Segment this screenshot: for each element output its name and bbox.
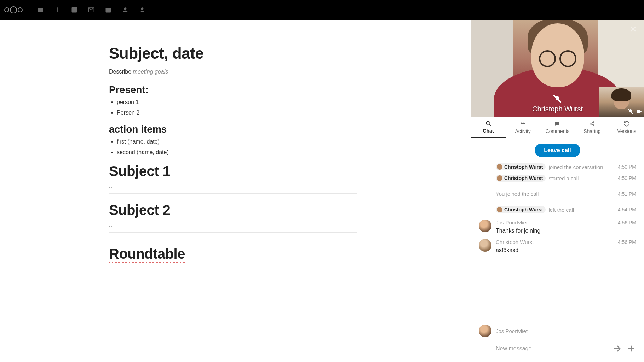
svg-rect-0 [72,7,77,13]
chat-message: Jos Poortvliet 4:56 PM Thanks for joinin… [479,220,636,234]
doc-title[interactable]: Subject, date [109,45,357,62]
tab-chat[interactable]: Chat [471,117,506,138]
chat-message: Christoph Wurst 4:56 PM asfökasd [479,239,636,253]
message-input[interactable] [496,345,608,352]
svg-point-7 [593,125,594,126]
tab-comments[interactable]: Comments [540,117,575,138]
avatar[interactable] [479,220,491,232]
message-text: asfökasd [496,247,636,253]
subject1-heading[interactable]: Subject 1 [109,163,357,179]
action-items-heading[interactable]: action items [109,124,357,135]
typing-indicator: Jos Poortvliet [479,310,636,340]
svg-point-6 [593,122,594,123]
tab-sharing[interactable]: Sharing [575,117,609,138]
action-items-list[interactable]: first (name, date) second (name, date) [117,139,357,156]
sidebar: Christoph Wurst Chat Activit [471,20,644,362]
chat-icon [485,120,491,127]
list-item[interactable]: Person 2 [117,110,357,116]
activity-icon [520,121,526,127]
tab-label: Comments [546,128,570,134]
topbar [0,0,644,20]
nav-dashboard-icon[interactable] [71,6,78,13]
svg-point-2 [124,7,127,10]
message-time: 4:56 PM [618,220,636,226]
list-item[interactable]: second (name, date) [117,149,357,156]
list-item[interactable]: first (name, date) [117,139,357,145]
avatar [497,175,502,181]
close-icon[interactable] [629,25,638,33]
tab-label: Versions [617,128,636,134]
chat-event: Christoph Wurst started a call 4:50 PM [479,175,636,182]
doc-describe[interactable]: Describe meeting goals [109,69,357,75]
svg-point-4 [486,121,490,125]
present-list[interactable]: person 1 Person 2 [117,99,357,116]
chat-event: You joined the call 4:51 PM [479,191,636,197]
present-heading[interactable]: Present: [109,84,357,95]
message-time: 4:56 PM [618,239,636,245]
video-participant-name: Christoph Wurst [532,95,583,113]
versions-icon [623,121,630,127]
avatar [497,207,502,212]
chat-panel: Leave call Christoph Wurst joined the co… [471,138,644,340]
nav-calendar-icon[interactable] [105,6,112,13]
sidebar-tabs: Chat Activity Comments Sharing [471,117,644,138]
nav-contacts-icon[interactable] [122,6,129,13]
subject2-body[interactable]: ... [109,222,357,228]
svg-rect-1 [106,8,111,12]
chat-event: Christoph Wurst joined the conversation … [479,163,636,170]
svg-point-5 [590,123,591,124]
message-author: Christoph Wurst [496,239,534,245]
add-attachment-icon[interactable] [626,344,636,354]
nav-files-icon[interactable] [37,6,44,13]
camera-icon[interactable] [636,109,642,115]
user-chip[interactable]: Christoph Wurst [496,175,546,182]
video-call: Christoph Wurst [471,20,644,117]
comments-icon [554,121,560,127]
avatar [497,164,502,170]
avatar[interactable] [479,325,491,337]
video-self-thumbnail[interactable] [599,87,644,117]
tab-label: Chat [483,128,494,134]
leave-call-button[interactable]: Leave call [535,144,580,157]
user-chip[interactable]: Christoph Wurst [496,206,546,213]
app-logo[interactable] [4,6,23,13]
svg-point-3 [141,7,144,10]
nav-plus-icon[interactable] [54,6,61,13]
subject2-heading[interactable]: Subject 2 [109,202,357,218]
tab-label: Activity [515,128,531,134]
nav-more-icon[interactable] [139,6,146,13]
chat-event: Christoph Wurst left the call 4:54 PM [479,206,636,213]
message-composer [471,340,644,362]
sharing-icon [589,121,595,127]
divider [109,232,357,233]
subject1-body[interactable]: ... [109,183,357,189]
roundtable-body[interactable]: ... [109,265,357,272]
divider [109,193,357,194]
mic-off-icon [553,95,561,103]
nav-mail-icon[interactable] [88,6,95,13]
mic-off-icon[interactable] [628,109,633,115]
list-item[interactable]: person 1 [117,99,357,105]
tab-label: Sharing [583,128,600,134]
message-author: Jos Poortvliet [496,220,528,226]
document-area[interactable]: Subject, date Describe meeting goals Pre… [0,20,471,362]
message-text: Thanks for joining [496,228,636,234]
avatar[interactable] [479,239,491,252]
tab-versions[interactable]: Versions [609,117,644,138]
user-chip[interactable]: Christoph Wurst [496,163,546,170]
roundtable-heading[interactable]: Roundtable [109,246,185,262]
send-icon[interactable] [612,344,622,354]
tab-activity[interactable]: Activity [506,117,540,138]
